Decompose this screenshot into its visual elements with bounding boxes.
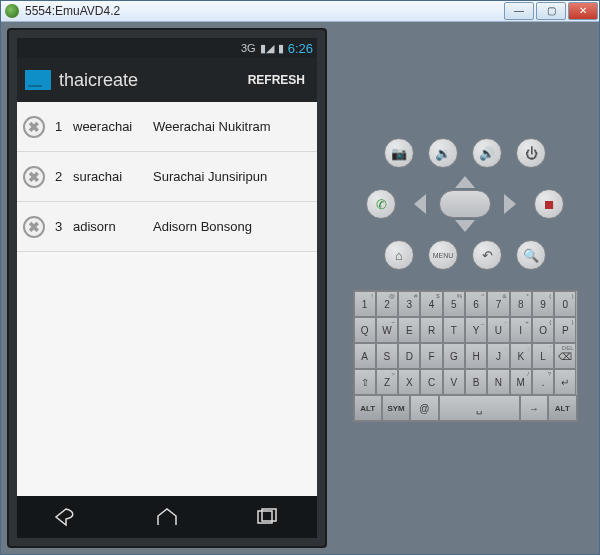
dpad-right[interactable] [504,194,516,214]
keyboard-key[interactable]: W~ [376,317,398,343]
hw-volume-up-button[interactable]: 🔊 [472,138,502,168]
app-logo-icon [25,70,51,90]
keyboard-key[interactable]: ALT [354,395,382,421]
keyboard-key[interactable]: 2@ [376,291,398,317]
device-frame: 3G ▮◢ ▮ 6:26 thaicreate REFRESH ✖ [7,28,327,548]
android-nav-bar [17,496,317,538]
nav-back-icon[interactable] [54,507,80,527]
keyboard-key[interactable]: Z> [376,369,398,395]
row-username: adisorn [73,219,153,234]
keyboard-key[interactable]: U- [487,317,509,343]
keyboard-key[interactable]: ↵ [554,369,576,395]
hw-back-button[interactable]: ↶ [472,240,502,270]
keyboard-key[interactable]: N [487,369,509,395]
row-username: surachai [73,169,153,184]
refresh-button[interactable]: REFRESH [240,65,313,95]
window-maximize-button[interactable]: ▢ [536,2,566,20]
member-list: ✖ 1 weerachai Weerachai Nukitram ✖ 2 sur… [17,102,317,496]
keyboard-key[interactable]: K; [510,343,532,369]
row-fullname: Surachai Junsiripun [153,169,311,184]
keyboard-key[interactable]: 7& [487,291,509,317]
keyboard-key[interactable]: .? [532,369,554,395]
keyboard-key[interactable]: R [420,317,442,343]
delete-icon[interactable]: ✖ [23,216,45,238]
keyboard-key[interactable]: F [420,343,442,369]
keyboard-key[interactable]: H [465,343,487,369]
hw-end-call-button[interactable]: ⏹ [534,189,564,219]
keyboard-key[interactable]: ⇧ [354,369,376,395]
app-action-bar: thaicreate REFRESH [17,58,317,102]
keyboard-key[interactable]: T [443,317,465,343]
nav-home-icon[interactable] [154,507,180,527]
keyboard-key[interactable]: M/ [510,369,532,395]
nav-recent-icon[interactable] [254,507,280,527]
emulator-icon [5,4,19,18]
row-number: 2 [55,169,73,184]
hw-camera-button[interactable]: 📷 [384,138,414,168]
list-item[interactable]: ✖ 1 weerachai Weerachai Nukitram [17,102,317,152]
keyboard-key[interactable]: 4$ [420,291,442,317]
hw-menu-button[interactable]: MENU [428,240,458,270]
dpad-up[interactable] [455,176,475,188]
keyboard-key[interactable]: ALT [548,395,576,421]
hardware-buttons: 📷 🔉 🔊 ⏻ ✆ ⏹ ⌂ [360,138,570,270]
network-3g-icon: 3G [241,42,256,54]
keyboard-key[interactable]: 6^ [465,291,487,317]
row-number: 1 [55,119,73,134]
keyboard-key[interactable]: L' [532,343,554,369]
keyboard-key[interactable]: D [398,343,420,369]
keyboard-key[interactable]: Q [354,317,376,343]
window-title: 5554:EmuAVD4.2 [25,4,503,18]
keyboard-key[interactable]: Y_ [465,317,487,343]
keyboard-key[interactable]: V [443,369,465,395]
keyboard-key[interactable]: C [420,369,442,395]
hardware-keyboard: 1!2@3#4$5%6^7&8*9(0) QW~ERTY_U-I+O{P} AS… [353,290,578,422]
keyboard-key[interactable]: ⌫DEL [554,343,576,369]
keyboard-key[interactable]: I+ [510,317,532,343]
keyboard-key[interactable]: G [443,343,465,369]
keyboard-key[interactable]: 5% [443,291,465,317]
delete-icon[interactable]: ✖ [23,116,45,138]
keyboard-key[interactable]: SYM [382,395,410,421]
keyboard-key[interactable]: 0) [554,291,576,317]
keyboard-key[interactable]: 9( [532,291,554,317]
keyboard-key[interactable]: E [398,317,420,343]
emulator-side-panel: 📷 🔉 🔊 ⏻ ✆ ⏹ ⌂ [337,28,593,548]
keyboard-key[interactable]: 8* [510,291,532,317]
row-fullname: Adisorn Bonsong [153,219,311,234]
delete-icon[interactable]: ✖ [23,166,45,188]
hw-home-button[interactable]: ⌂ [384,240,414,270]
keyboard-key[interactable]: @ [410,395,438,421]
hw-dpad [410,176,520,232]
keyboard-key[interactable]: A [354,343,376,369]
window-close-button[interactable]: ✕ [568,2,598,20]
android-status-bar: 3G ▮◢ ▮ 6:26 [17,38,317,58]
row-username: weerachai [73,119,153,134]
app-title: thaicreate [59,70,232,91]
keyboard-key[interactable]: ␣ [439,395,520,421]
list-item[interactable]: ✖ 3 adisorn Adisorn Bonsong [17,202,317,252]
keyboard-key[interactable]: O{ [532,317,554,343]
keyboard-key[interactable]: 1! [354,291,376,317]
window-minimize-button[interactable]: — [504,2,534,20]
keyboard-key[interactable]: B [465,369,487,395]
dpad-down[interactable] [455,220,475,232]
hw-search-button[interactable]: 🔍 [516,240,546,270]
keyboard-key[interactable]: 3# [398,291,420,317]
keyboard-key[interactable]: P} [554,317,576,343]
list-item[interactable]: ✖ 2 surachai Surachai Junsiripun [17,152,317,202]
keyboard-key[interactable]: X [398,369,420,395]
dpad-center[interactable] [439,190,491,218]
keyboard-key[interactable]: S [376,343,398,369]
row-number: 3 [55,219,73,234]
battery-icon: ▮ [278,42,284,55]
device-screen: 3G ▮◢ ▮ 6:26 thaicreate REFRESH ✖ [17,38,317,538]
emulator-window: 5554:EmuAVD4.2 — ▢ ✕ 3G ▮◢ ▮ 6:26 thaicr… [0,0,600,555]
keyboard-key[interactable]: J: [487,343,509,369]
keyboard-key[interactable]: → [520,395,548,421]
dpad-left[interactable] [414,194,426,214]
hw-call-button[interactable]: ✆ [366,189,396,219]
row-fullname: Weerachai Nukitram [153,119,311,134]
hw-power-button[interactable]: ⏻ [516,138,546,168]
hw-volume-down-button[interactable]: 🔉 [428,138,458,168]
